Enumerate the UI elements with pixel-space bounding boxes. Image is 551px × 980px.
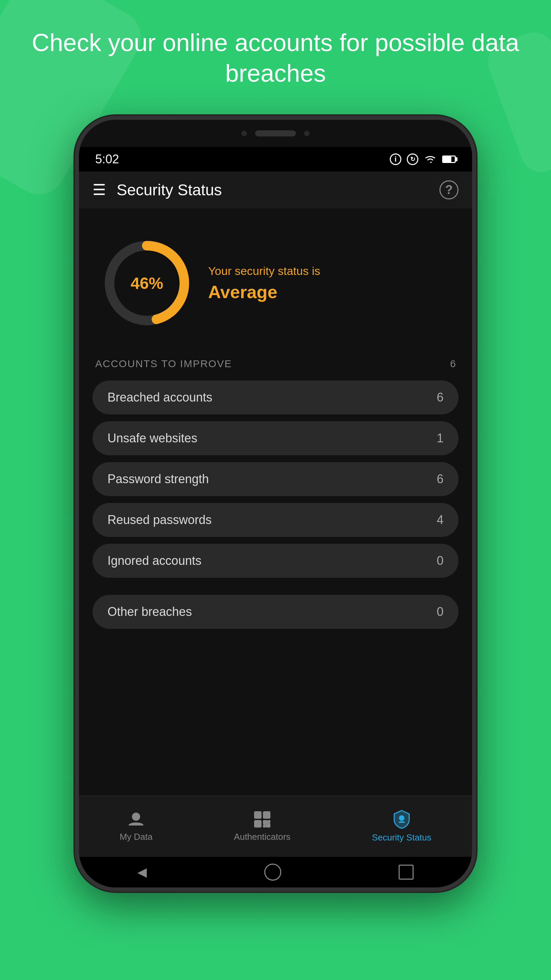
status-bar: 5:02 i ↻ (79, 147, 472, 172)
security-status-text: Your security status is Average (208, 264, 452, 302)
svg-rect-6 (264, 821, 267, 824)
nav-my-data-label: My Data (120, 832, 153, 842)
my-data-icon (127, 811, 145, 828)
nav-my-data[interactable]: My Data (120, 811, 153, 842)
svg-rect-5 (255, 821, 261, 827)
phone-dot-2 (304, 130, 310, 136)
svg-rect-3 (255, 812, 261, 818)
bottom-nav: My Data Authenticators Security Status (79, 795, 472, 857)
nav-authenticators[interactable]: Authenticators (234, 811, 291, 842)
svg-rect-7 (268, 821, 270, 822)
reused-passwords-label: Reused passwords (108, 513, 211, 527)
password-strength-label: Password strength (108, 472, 209, 486)
nav-security-status-label: Security Status (372, 832, 431, 843)
donut-chart: 46% (99, 235, 195, 331)
unsafe-websites-item[interactable]: Unsafe websites 1 (92, 421, 459, 455)
main-content: 46% Your security status is Average ACCO… (79, 208, 472, 795)
security-status-icon (393, 810, 411, 829)
info-icon: i (390, 153, 401, 165)
unsafe-websites-label: Unsafe websites (108, 431, 197, 445)
status-icons: i ↻ (390, 153, 456, 165)
gauge-section: 46% Your security status is Average (92, 222, 459, 351)
wifi-icon (424, 154, 437, 164)
phone-dot (241, 130, 247, 136)
other-breaches-label: Other breaches (108, 605, 192, 619)
reused-passwords-count: 4 (437, 513, 443, 527)
list-spacer (92, 585, 459, 595)
help-icon: ? (445, 183, 453, 197)
ignored-accounts-item[interactable]: Ignored accounts 0 (92, 544, 459, 578)
battery-fill (443, 156, 451, 162)
password-strength-count: 6 (437, 472, 443, 486)
section-title: ACCOUNTS TO IMPROVE (95, 358, 232, 369)
phone-frame: 5:02 i ↻ ☰ Security Status ? (75, 116, 476, 891)
breached-accounts-label: Breached accounts (108, 390, 212, 404)
breached-accounts-count: 6 (437, 390, 443, 404)
gauge-percentage: 46% (130, 274, 163, 293)
nav-security-status[interactable]: Security Status (372, 810, 431, 843)
unsafe-websites-count: 1 (437, 431, 443, 445)
security-label: Your security status is (208, 264, 452, 278)
help-button[interactable]: ? (440, 180, 459, 199)
section-count: 6 (450, 358, 456, 369)
sync-icon: ↻ (407, 153, 418, 165)
status-time: 5:02 (95, 152, 119, 166)
nav-authenticators-label: Authenticators (234, 832, 291, 842)
ignored-accounts-count: 0 (437, 554, 443, 568)
android-nav-bar: ◀ (79, 857, 472, 888)
hamburger-icon[interactable]: ☰ (92, 181, 106, 198)
svg-rect-4 (264, 812, 270, 818)
password-strength-item[interactable]: Password strength 6 (92, 462, 459, 496)
svg-point-2 (132, 813, 140, 821)
accounts-section-header: ACCOUNTS TO IMPROVE 6 (92, 351, 459, 378)
other-breaches-count: 0 (437, 605, 443, 619)
app-bar: ☰ Security Status ? (79, 172, 472, 208)
android-recent-button[interactable] (399, 865, 414, 880)
breached-accounts-item[interactable]: Breached accounts 6 (92, 380, 459, 414)
reused-passwords-item[interactable]: Reused passwords 4 (92, 503, 459, 537)
android-back-button[interactable]: ◀ (137, 865, 147, 879)
ignored-accounts-label: Ignored accounts (108, 554, 202, 568)
security-value: Average (208, 282, 452, 302)
other-breaches-item[interactable]: Other breaches 0 (92, 595, 459, 629)
battery-tip (456, 157, 457, 161)
battery-icon (442, 156, 456, 163)
phone-speaker (255, 130, 296, 137)
authenticators-icon (253, 811, 271, 828)
svg-rect-9 (267, 824, 270, 827)
phone-top-bar (79, 120, 472, 147)
app-title: Security Status (117, 181, 440, 199)
page-header: Check your online accounts for possible … (0, 27, 551, 89)
svg-rect-8 (264, 825, 265, 827)
android-home-button[interactable] (264, 864, 281, 881)
svg-point-10 (399, 815, 404, 821)
